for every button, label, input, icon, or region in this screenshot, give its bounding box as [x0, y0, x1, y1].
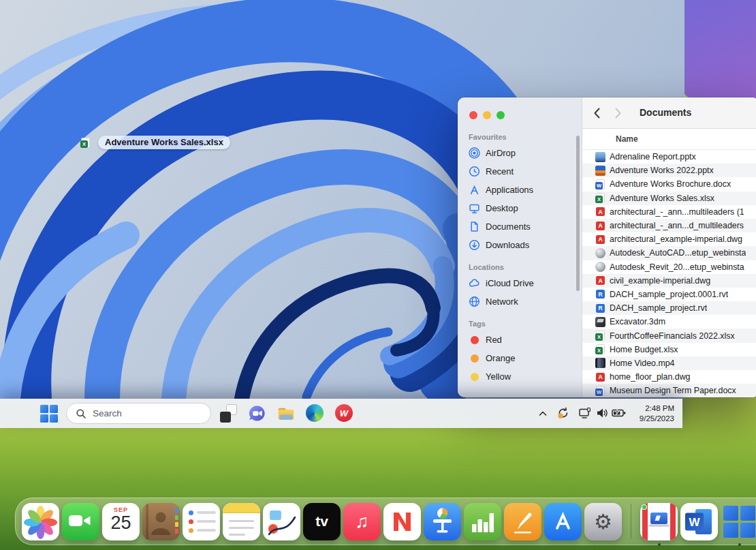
sidebar-item-tag-yellow[interactable]: Yellow — [467, 367, 575, 386]
dock-item-photos[interactable] — [22, 503, 59, 540]
file-row[interactable]: XHome Budget.xlsx — [582, 343, 756, 356]
volume-icon[interactable] — [595, 406, 609, 423]
dock-item-facetime[interactable] — [62, 503, 99, 540]
search-input[interactable]: Search — [66, 403, 211, 424]
file-row[interactable]: Autodesk_Revit_20...etup_webinsta — [582, 260, 756, 274]
facetime-icon — [62, 503, 99, 540]
numbers-icon — [464, 503, 501, 540]
sidebar-item-desktop[interactable]: Desktop — [467, 199, 575, 217]
file-row[interactable]: RDACH_sample_project.rvt — [582, 301, 756, 315]
slide-thumbnail-icon — [595, 166, 605, 176]
dock-item-parallels[interactable] — [640, 503, 678, 540]
pages-icon — [504, 503, 541, 540]
purple-window[interactable] — [683, 0, 756, 98]
dragged-file[interactable]: X Adventure Works Sales.xlsx — [80, 136, 230, 149]
news-icon — [383, 503, 421, 540]
file-row[interactable]: Aarchitectural_-_ann...multileaders (1 — [582, 205, 756, 219]
wps-office-icon[interactable]: W — [335, 404, 353, 423]
sidebar-item-downloads[interactable]: Downloads — [467, 236, 575, 254]
dock-item-word[interactable]: W — [680, 503, 718, 540]
taskbar-clock[interactable]: 2:48 PM 9/25/2023 — [631, 403, 674, 423]
installer-sphere-icon — [595, 262, 605, 272]
dock-item-apple-tv[interactable]: tv — [303, 503, 341, 540]
desktop-icon — [469, 202, 480, 214]
search-icon — [76, 408, 86, 419]
word-doc-icon: W — [595, 386, 605, 396]
dock-item-pages[interactable] — [504, 503, 541, 540]
tray-expand-icon[interactable] — [537, 408, 548, 422]
dock-item-app-store[interactable] — [544, 503, 582, 540]
edge-icon[interactable] — [306, 404, 324, 423]
zoom-button[interactable] — [497, 111, 505, 119]
sidebar-item-icloud-drive[interactable]: iCloud Drive — [467, 274, 575, 292]
app-store-icon — [544, 503, 582, 540]
back-button[interactable] — [591, 106, 603, 123]
finder-toolbar: Documents — [582, 97, 756, 129]
file-row[interactable]: Ahome_floor_plan.dwg — [582, 370, 756, 384]
dock-item-contacts[interactable] — [142, 503, 180, 540]
task-view-icon[interactable] — [219, 404, 238, 423]
music-icon: ♫ — [343, 503, 381, 540]
file-row[interactable]: XAdventure Works Sales.xlsx — [582, 192, 756, 205]
file-row[interactable]: WAdventure Works Brochure.docx — [582, 177, 756, 191]
sidebar-item-documents[interactable]: Documents — [467, 217, 575, 236]
dock-item-music[interactable]: ♫ — [343, 503, 381, 540]
file-row[interactable]: Acivil_example-imperial.dwg — [582, 274, 756, 288]
file-row[interactable]: Excavator.3dm — [582, 315, 756, 329]
dock-item-system-settings[interactable]: ⚙ — [584, 503, 622, 540]
dock-item-keynote[interactable] — [424, 503, 461, 540]
excel-file-icon: X — [80, 138, 91, 148]
desktop: { "drag_ghost": { "label": "Adventure Wo… — [0, 0, 756, 550]
sidebar-item-tag-orange[interactable]: Orange — [467, 349, 575, 367]
file-row[interactable]: RDACH_sample_project.0001.rvt — [582, 288, 756, 301]
forward-button[interactable] — [612, 106, 624, 123]
finder-sidebar: Favourites AirDrop Recent Applications D… — [458, 97, 582, 397]
name-column-header[interactable]: Name — [616, 129, 638, 149]
applications-icon — [469, 184, 480, 196]
contacts-icon — [142, 503, 180, 540]
notes-icon — [223, 503, 260, 540]
file-row[interactable]: Home Video.mp4 — [582, 356, 756, 370]
airdrop-icon — [469, 147, 480, 159]
start-button[interactable] — [40, 405, 58, 423]
battery-icon[interactable] — [612, 406, 627, 423]
dock-item-numbers[interactable] — [464, 503, 501, 540]
sidebar-item-applications[interactable]: Applications — [467, 181, 575, 199]
minimize-button[interactable] — [483, 111, 491, 119]
keynote-icon — [424, 503, 461, 540]
dock-item-notes[interactable] — [223, 503, 260, 540]
file-list: Adrenaline Report.pptx Adventure Works 2… — [582, 150, 756, 397]
dock-divider — [631, 504, 631, 539]
file-row[interactable]: Aarchitectural_-_ann...d_multileaders — [582, 219, 756, 232]
dock-item-calendar[interactable]: SEP 25 — [102, 503, 140, 540]
red-tag-icon — [471, 336, 479, 344]
display-icon[interactable] — [578, 406, 592, 423]
autocad-dwg-icon: A — [595, 221, 605, 231]
dock-item-news[interactable] — [383, 503, 421, 540]
clock-icon — [469, 166, 480, 177]
file-row[interactable]: Adrenaline Report.pptx — [582, 150, 756, 164]
file-row[interactable]: XFourthCoffeeFinancials 2022.xlsx — [582, 329, 756, 342]
dock-item-freeform[interactable] — [263, 503, 300, 540]
file-row[interactable]: WMuseum Design Term Paper.docx — [582, 384, 756, 397]
file-explorer-icon[interactable] — [277, 404, 295, 423]
sidebar-item-network[interactable]: Network — [467, 292, 575, 311]
word-doc-icon: W — [595, 179, 605, 189]
running-indicator — [738, 543, 741, 546]
revit-file-icon: R — [595, 303, 605, 314]
list-header[interactable]: Name — [582, 129, 756, 150]
sidebar-item-airdrop[interactable]: AirDrop — [467, 144, 575, 162]
system-settings-icon: ⚙ — [584, 503, 622, 540]
sidebar-item-recent[interactable]: Recent — [467, 162, 575, 181]
sidebar-item-tag-red[interactable]: Red — [467, 331, 575, 349]
finder-window[interactable]: Favourites AirDrop Recent Applications D… — [458, 97, 756, 397]
file-row[interactable]: Aarchitectural_example-imperial.dwg — [582, 232, 756, 246]
dock-item-reminders[interactable] — [183, 503, 220, 540]
close-button[interactable] — [469, 111, 477, 119]
sync-icon[interactable] — [556, 406, 570, 423]
file-row[interactable]: Adventure Works 2022.pptx — [582, 164, 756, 177]
dock-item-windows[interactable] — [721, 503, 756, 540]
teams-chat-icon[interactable] — [248, 404, 266, 423]
file-row[interactable]: Autodesk_AutoCAD...etup_webinsta — [582, 246, 756, 260]
sidebar-scrollbar[interactable] — [576, 136, 580, 291]
